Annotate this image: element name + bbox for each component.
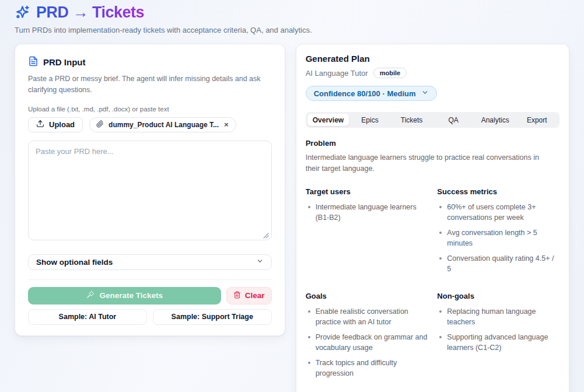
page-title-prd: PRD — [36, 4, 69, 21]
upload-button-label: Upload — [49, 120, 75, 129]
non-goals-list: Replacing human language teachersSupport… — [437, 306, 559, 354]
target-users-list: Intermediate language learners (B1-B2) — [306, 202, 428, 223]
success-metrics-section: Success metrics 60%+ of users complete 3… — [437, 187, 559, 279]
list-item: Avg conversation length > 5 minutes — [437, 228, 559, 249]
prd-input-description: Paste a PRD or messy brief. The agent wi… — [28, 74, 267, 96]
target-users-title: Target users — [306, 187, 428, 196]
generated-plan-title: Generated Plan — [306, 54, 559, 64]
success-metrics-list: 60%+ of users complete 3+ conversations … — [437, 202, 559, 275]
page: PRD → Tickets Turn PRDs into implementat… — [0, 0, 584, 392]
tab[interactable]: Analytics — [474, 114, 516, 126]
success-metrics-title: Success metrics — [437, 187, 559, 196]
tab[interactable]: Export — [516, 114, 558, 126]
clear-label: Clear — [245, 291, 265, 300]
optional-fields-label: Show optional fields — [36, 258, 113, 267]
resize-handle-icon[interactable] — [263, 233, 269, 239]
goals-title: Goals — [306, 292, 428, 300]
page-title-arrow: → — [73, 4, 89, 21]
non-goals-section: Non-goals Replacing human language teach… — [437, 292, 559, 384]
prd-textarea[interactable] — [28, 141, 272, 240]
product-name: AI Language Tutor — [306, 69, 368, 78]
prd-input-footer: Generate Tickets Clear — [28, 279, 272, 325]
wand-icon — [86, 290, 95, 300]
page-title: PRD → Tickets — [36, 4, 144, 22]
list-item: Supporting advanced language learners (C… — [437, 332, 559, 353]
prd-textarea-wrap — [28, 141, 272, 243]
paperclip-icon — [96, 120, 104, 130]
problem-text: Intermediate language learners struggle … — [306, 152, 553, 175]
upload-hint: Upload a file (.txt, .md, .pdf, .docx) o… — [28, 106, 272, 113]
problem-title: Problem — [306, 139, 559, 148]
sparkles-icon — [15, 5, 30, 20]
list-item: Intermediate language learners (B1-B2) — [306, 202, 428, 223]
prd-input-header: PRD Input — [28, 56, 272, 68]
target-users-section: Target users Intermediate language learn… — [306, 187, 428, 279]
sample-button[interactable]: Sample: AI Tutor — [28, 309, 147, 325]
app-header: PRD → Tickets Turn PRDs into implementat… — [15, 4, 569, 34]
list-item: Conversation quality rating 4.5+ / 5 — [437, 253, 559, 274]
list-item: 60%+ of users complete 3+ conversations … — [437, 202, 559, 223]
confidence-label: Confidence 80/100 · Medium — [314, 89, 416, 98]
plan-tabs: Overview Epics Tickets QA Analytics Expo… — [306, 112, 559, 128]
trash-icon — [233, 291, 241, 300]
goals-section: Goals Enable realistic conversation prac… — [306, 292, 428, 384]
upload-icon — [36, 120, 44, 130]
chevron-down-icon — [256, 257, 264, 267]
upload-row: Upload dummy_Product AI Language T... × — [28, 117, 272, 132]
optional-fields-toggle[interactable]: Show optional fields — [28, 254, 272, 270]
sample-button[interactable]: Sample: Support Triage — [153, 309, 272, 325]
tab[interactable]: Overview — [307, 114, 349, 126]
page-subtitle: Turn PRDs into implementation-ready tick… — [15, 26, 569, 34]
tab[interactable]: QA — [432, 114, 474, 126]
problem-section: Problem Intermediate language learners s… — [306, 139, 559, 175]
list-item: Track topics and difficulty progression — [306, 358, 428, 379]
sample-buttons-row: Sample: AI Tutor Sample: Support Triage — [28, 309, 272, 325]
confidence-dropdown[interactable]: Confidence 80/100 · Medium — [306, 86, 437, 101]
chevron-down-icon — [421, 89, 429, 98]
file-chip[interactable]: dummy_Product AI Language T... × — [89, 117, 236, 132]
page-title-tickets: Tickets — [92, 4, 144, 21]
list-item: Enable realistic conversation practice w… — [306, 306, 428, 327]
list-item: Provide feedback on grammar and vocabula… — [306, 332, 428, 353]
generate-tickets-label: Generate Tickets — [100, 291, 163, 300]
goals-list: Enable realistic conversation practice w… — [306, 306, 428, 379]
clear-button[interactable]: Clear — [226, 287, 272, 304]
platform-badge: mobile — [373, 68, 407, 78]
non-goals-title: Non-goals — [437, 292, 559, 300]
generate-tickets-button[interactable]: Generate Tickets — [28, 287, 221, 304]
prd-input-title: PRD Input — [43, 57, 86, 67]
tab[interactable]: Epics — [349, 114, 391, 126]
tab[interactable]: Tickets — [391, 114, 433, 126]
close-icon[interactable]: × — [223, 121, 229, 128]
prd-input-card: PRD Input Paste a PRD or messy brief. Th… — [15, 44, 285, 336]
generated-plan-card: Generated Plan AI Language Tutor mobile … — [296, 44, 569, 392]
list-item: Replacing human language teachers — [437, 306, 559, 327]
file-text-icon — [28, 56, 39, 68]
file-chip-name: dummy_Product AI Language T... — [109, 121, 219, 129]
upload-button[interactable]: Upload — [28, 117, 83, 132]
